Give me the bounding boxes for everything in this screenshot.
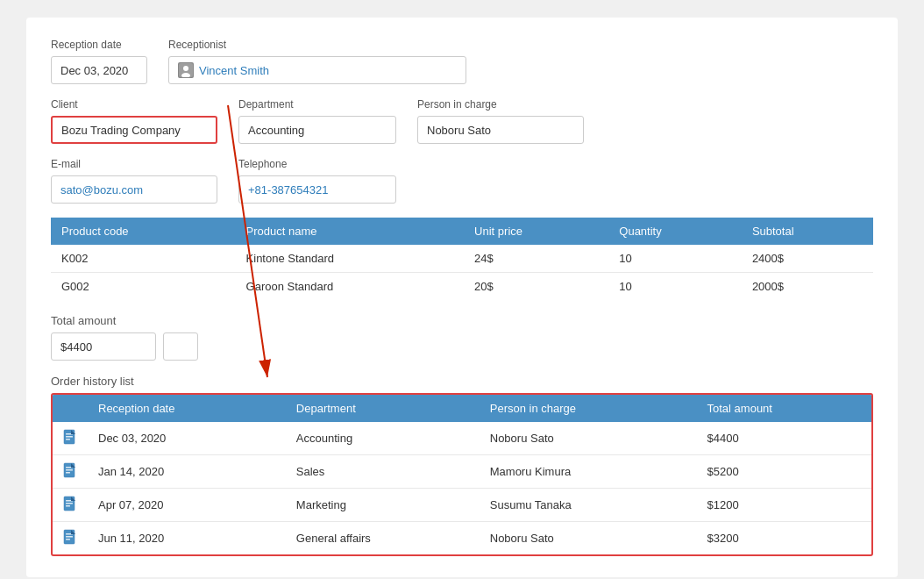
client-value: Bozu Trading Company — [51, 116, 217, 144]
list-item[interactable]: Apr 07, 2020 Marketing Susumu Tanaka $12… — [53, 489, 871, 522]
table-row: G002 Garoon Standard 20$ 10 2000$ — [51, 273, 873, 301]
telephone-value: +81-387654321 — [238, 175, 396, 204]
products-table: Product code Product name Unit price Qua… — [51, 218, 873, 300]
document-icon — [63, 529, 77, 545]
col-product-name: Product name — [236, 218, 465, 245]
cell-code: K002 — [51, 245, 236, 273]
col-quantity: Quantity — [608, 218, 742, 245]
cell-unit-price: 24$ — [464, 245, 608, 273]
cell-subtotal: 2400$ — [742, 245, 873, 273]
svg-point-3 — [183, 66, 188, 71]
cell-doc-icon — [53, 455, 88, 489]
svg-rect-8 — [66, 439, 70, 440]
person-value: Noboru Sato — [417, 116, 584, 144]
reception-date-label: Reception date — [51, 39, 147, 51]
col-unit-price: Unit price — [464, 218, 608, 245]
document-icon — [63, 496, 77, 511]
total-label: Total amount — [51, 314, 873, 327]
telephone-group: Telephone +81-387654321 — [238, 158, 396, 204]
svg-rect-13 — [66, 472, 70, 474]
cell-dept: General affairs — [286, 522, 480, 555]
cell-dept: Sales — [286, 455, 480, 489]
total-extra-field — [163, 332, 198, 361]
telephone-label: Telephone — [238, 158, 396, 170]
avatar — [178, 62, 194, 78]
total-section: Total amount $4400 — [51, 314, 873, 361]
cell-subtotal: 2000$ — [742, 273, 873, 301]
reception-date-group: Reception date Dec 03, 2020 — [51, 39, 147, 84]
total-value: $4400 — [51, 332, 156, 361]
col-reception-date: Reception date — [88, 395, 286, 422]
cell-doc-icon — [53, 422, 88, 455]
table-row: K002 Kintone Standard 24$ 10 2400$ — [51, 245, 873, 273]
order-history-table: Reception date Department Person in char… — [53, 395, 871, 554]
cell-doc-icon — [53, 522, 88, 555]
cell-quantity: 10 — [608, 245, 742, 273]
cell-dept: Marketing — [286, 489, 480, 522]
order-history-section: Order history list Reception date Depart… — [51, 375, 873, 556]
reception-row: Reception date Dec 03, 2020 Receptionist… — [51, 39, 873, 84]
col-subtotal: Subtotal — [742, 218, 873, 245]
cell-date: Apr 07, 2020 — [88, 489, 286, 522]
svg-rect-12 — [66, 469, 73, 471]
person-label: Person in charge — [417, 98, 584, 111]
svg-rect-18 — [66, 505, 70, 507]
department-value: Accounting — [238, 116, 396, 144]
form-section: Reception date Dec 03, 2020 Receptionist… — [26, 18, 898, 577]
col-product-code: Product code — [51, 218, 236, 245]
cell-quantity: 10 — [608, 273, 742, 301]
person-group: Person in charge Noboru Sato — [417, 98, 584, 144]
svg-rect-7 — [66, 436, 73, 438]
client-label: Client — [51, 98, 217, 111]
cell-dept: Accounting — [286, 422, 480, 455]
cell-total: $3200 — [697, 522, 871, 555]
client-row: Client Bozu Trading Company Department A… — [51, 98, 873, 144]
cell-doc-icon — [53, 489, 88, 522]
list-item[interactable]: Jan 14, 2020 Sales Mamoru Kimura $5200 — [53, 455, 871, 489]
cell-name: Kintone Standard — [236, 245, 465, 273]
receptionist-value: Vincent Smith — [168, 56, 466, 84]
order-history-title: Order history list — [51, 375, 873, 388]
cell-total: $5200 — [697, 455, 871, 489]
cell-person: Noboru Sato — [480, 522, 697, 555]
document-icon — [63, 462, 77, 478]
department-group: Department Accounting — [238, 98, 396, 144]
receptionist-label: Receptionist — [168, 39, 466, 51]
cell-person: Noboru Sato — [480, 422, 697, 455]
cell-total: $1200 — [697, 489, 871, 522]
email-group: E-mail sato@bozu.com — [51, 158, 217, 204]
list-item[interactable]: Jun 11, 2020 General affairs Noboru Sato… — [53, 522, 871, 555]
cell-total: $4400 — [697, 422, 871, 455]
col-department: Department — [286, 395, 480, 422]
cell-date: Dec 03, 2020 — [88, 422, 286, 455]
reception-date-value: Dec 03, 2020 — [51, 56, 147, 84]
col-total-amount: Total amount — [697, 395, 871, 422]
list-item[interactable]: Dec 03, 2020 Accounting Noboru Sato $440… — [53, 422, 871, 455]
cell-date: Jan 14, 2020 — [88, 455, 286, 489]
svg-rect-22 — [66, 536, 73, 538]
email-value: sato@bozu.com — [51, 175, 217, 204]
col-icon — [53, 395, 88, 422]
email-label: E-mail — [51, 158, 217, 170]
col-person-in-charge: Person in charge — [480, 395, 697, 422]
cell-person: Mamoru Kimura — [480, 455, 697, 489]
cell-code: G002 — [51, 273, 236, 301]
receptionist-group: Receptionist Vincent Smith — [168, 39, 466, 84]
contact-row: E-mail sato@bozu.com Telephone +81-38765… — [51, 158, 873, 204]
cell-unit-price: 20$ — [464, 273, 608, 301]
cell-date: Jun 11, 2020 — [88, 522, 286, 555]
cell-person: Susumu Tanaka — [480, 489, 697, 522]
department-label: Department — [238, 98, 396, 111]
order-history-wrapper: Reception date Department Person in char… — [51, 393, 873, 556]
document-icon — [63, 429, 77, 445]
svg-rect-17 — [66, 503, 73, 504]
client-group: Client Bozu Trading Company — [51, 98, 217, 144]
cell-name: Garoon Standard — [236, 273, 465, 301]
svg-rect-23 — [66, 539, 70, 540]
